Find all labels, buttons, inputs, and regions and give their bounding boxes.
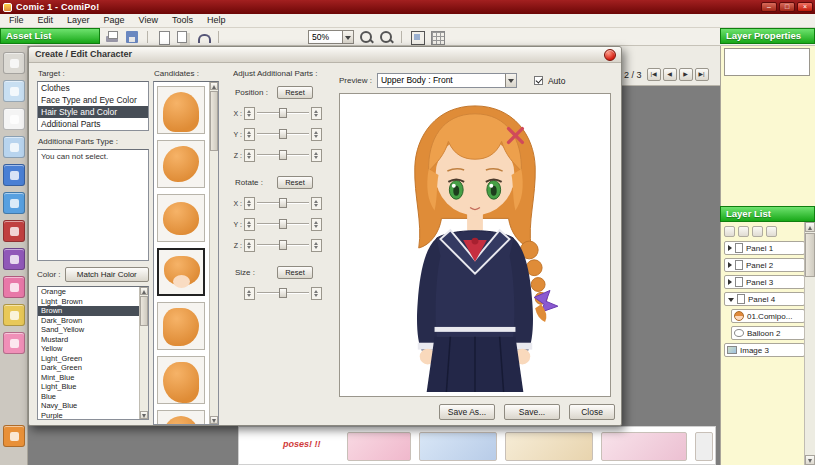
target-item-clothes[interactable]: Clothes — [38, 82, 148, 94]
expand-icon[interactable] — [728, 262, 732, 268]
dialog-titlebar[interactable]: Create / Edit Character — [29, 47, 621, 63]
hair-candidate-thumbnail[interactable] — [157, 356, 205, 404]
3d-item-asset-icon[interactable] — [3, 164, 25, 186]
balloon-asset-icon[interactable] — [3, 108, 25, 130]
color-item[interactable]: Blue — [38, 392, 139, 402]
character-asset-icon[interactable] — [3, 80, 25, 102]
copy-icon[interactable] — [175, 30, 191, 44]
position-x-slider[interactable] — [257, 106, 309, 120]
new-page-icon[interactable] — [155, 30, 171, 44]
menu-view[interactable]: View — [132, 14, 165, 27]
layer-row-panel-3[interactable]: Panel 3 — [724, 275, 805, 289]
color-item[interactable]: Sand_Yellow — [38, 325, 139, 335]
text-asset-icon[interactable] — [3, 136, 25, 158]
rotate-x-slider[interactable] — [257, 196, 309, 210]
scrollbar-thumb[interactable] — [210, 91, 218, 151]
zoom-out-icon[interactable] — [358, 30, 374, 44]
hair-candidate-thumbnail[interactable] — [157, 302, 205, 350]
next-page-button[interactable]: ▶ — [679, 68, 693, 81]
scroll-down-icon[interactable] — [805, 455, 815, 465]
frame-asset-icon[interactable] — [3, 276, 25, 298]
first-page-button[interactable]: |◀ — [647, 68, 661, 81]
save-button[interactable]: Save... — [504, 404, 560, 420]
color-item[interactable]: Light_Green — [38, 354, 139, 364]
color-item[interactable]: Navy_Blue — [38, 401, 139, 411]
color-item[interactable]: Dark_Green — [38, 363, 139, 373]
menu-layer[interactable]: Layer — [60, 14, 97, 27]
rotate-z-spinner[interactable] — [244, 239, 255, 252]
pattern-asset-icon[interactable] — [3, 248, 25, 270]
scrollbar-thumb[interactable] — [805, 233, 815, 277]
rotate-x-spinner[interactable] — [244, 197, 255, 210]
color-list-scrollbar[interactable] — [139, 287, 148, 419]
minimize-button[interactable]: – — [761, 2, 777, 12]
color-item[interactable]: Light_Brown — [38, 297, 139, 307]
zoom-dropdown-arrow-icon[interactable] — [342, 31, 353, 43]
target-item-face[interactable]: Face Type and Eye Color — [38, 94, 148, 106]
hair-candidate-thumbnail[interactable] — [157, 410, 205, 425]
close-button[interactable]: × — [797, 2, 813, 12]
menu-help[interactable]: Help — [200, 14, 233, 27]
tone-asset-icon[interactable] — [3, 220, 25, 242]
hair-candidate-thumbnail[interactable] — [157, 194, 205, 242]
scroll-down-icon[interactable] — [210, 416, 218, 424]
layer-row-panel-1[interactable]: Panel 1 — [724, 241, 805, 255]
expand-icon[interactable] — [728, 245, 732, 251]
size-spinner[interactable] — [244, 287, 255, 300]
rotate-y-slider[interactable] — [257, 217, 309, 231]
position-x-spinner[interactable] — [244, 107, 255, 120]
rotate-reset-button[interactable]: Reset — [277, 176, 313, 189]
color-item-selected[interactable]: Brown — [38, 306, 139, 316]
menu-edit[interactable]: Edit — [31, 14, 61, 27]
grid-icon[interactable] — [429, 30, 445, 44]
zoom-combobox[interactable]: 50% — [308, 30, 354, 44]
layer-up-icon[interactable] — [752, 226, 763, 237]
scrollbar-thumb[interactable] — [140, 296, 148, 326]
color-item[interactable]: Light_Blue — [38, 382, 139, 392]
position-z-spinner[interactable] — [311, 149, 322, 162]
position-x-spinner[interactable] — [311, 107, 322, 120]
previous-page-button[interactable]: ◀ — [663, 68, 677, 81]
last-page-button[interactable]: ▶| — [695, 68, 709, 81]
preview-view-dropdown[interactable]: Upper Body : Front — [377, 73, 517, 88]
menu-tools[interactable]: Tools — [165, 14, 200, 27]
select-tool-icon[interactable] — [3, 52, 25, 74]
color-item[interactable]: Dark_Brown — [38, 316, 139, 326]
layer-row-balloon[interactable]: Balloon 2 — [731, 326, 805, 340]
hair-candidate-thumbnail-selected[interactable] — [157, 248, 205, 296]
scroll-down-icon[interactable] — [140, 411, 148, 419]
color-item[interactable]: Yellow — [38, 344, 139, 354]
layer-row-image[interactable]: Image 3 — [724, 343, 805, 357]
position-y-spinner[interactable] — [311, 128, 322, 141]
dropdown-arrow-icon[interactable] — [505, 74, 516, 87]
effect-asset-icon[interactable] — [3, 192, 25, 214]
position-z-slider[interactable] — [257, 148, 309, 162]
size-reset-button[interactable]: Reset — [277, 266, 313, 279]
save-icon[interactable] — [124, 30, 140, 44]
undo-icon[interactable] — [195, 30, 211, 44]
target-item-additional-parts[interactable]: Additional Parts — [38, 118, 148, 130]
scroll-up-icon[interactable] — [140, 287, 148, 295]
layer-row-panel-2[interactable]: Panel 2 — [724, 258, 805, 272]
color-item[interactable]: Mustard — [38, 335, 139, 345]
folder-icon[interactable] — [3, 425, 25, 447]
save-as-button[interactable]: Save As... — [439, 404, 495, 420]
scroll-up-icon[interactable] — [805, 222, 815, 232]
dialog-close-icon[interactable] — [604, 49, 616, 61]
layer-down-icon[interactable] — [766, 226, 777, 237]
layer-row-panel-4[interactable]: Panel 4 — [724, 292, 805, 306]
print-icon[interactable] — [104, 30, 120, 44]
layer-list-scrollbar[interactable] — [804, 222, 815, 465]
collapse-icon[interactable] — [728, 298, 734, 302]
scroll-up-icon[interactable] — [210, 82, 218, 90]
candidates-scrollbar[interactable] — [209, 82, 218, 424]
color-item[interactable]: Orange — [38, 287, 139, 297]
rotate-z-spinner[interactable] — [311, 239, 322, 252]
background-asset-icon[interactable] — [3, 332, 25, 354]
zoom-in-icon[interactable] — [378, 30, 394, 44]
expand-icon[interactable] — [728, 279, 732, 285]
layer-row-character[interactable]: 01.Comipo... — [731, 309, 805, 323]
rotate-z-slider[interactable] — [257, 238, 309, 252]
position-z-spinner[interactable] — [244, 149, 255, 162]
match-hair-color-button[interactable]: Match Hair Color — [65, 267, 149, 282]
